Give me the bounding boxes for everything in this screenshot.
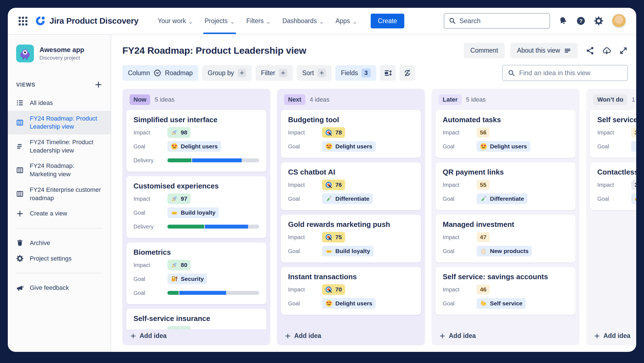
about-this-view-button[interactable]: About this view: [510, 43, 578, 58]
column-button-label: Column: [128, 69, 150, 77]
add-idea-button[interactable]: Add idea: [586, 329, 636, 345]
nav-item-apps[interactable]: Apps: [330, 8, 363, 34]
idea-card[interactable]: Self service:Impact36Goal: [590, 110, 636, 158]
sidebar-item-label: FY24 Roadmap: Product Leadership view: [30, 114, 102, 131]
idea-card[interactable]: CS chatbot AIImpact76GoalDifferentiate: [281, 162, 421, 210]
board-column-later: Later5 ideasAutomated tasksImpact56GoalD…: [432, 89, 579, 345]
add-idea-label: Add idea: [603, 332, 630, 340]
text-lines-icon: [564, 47, 571, 54]
sidebar-item-fy24-timeline-product-leadership-view[interactable]: FY24 Timeline: Product Leadership view: [8, 134, 111, 158]
delivery-progress-bar: [167, 225, 259, 229]
nav-item-your-work[interactable]: Your work: [152, 8, 199, 34]
idea-card[interactable]: ContactlessImpact30Goal: [590, 162, 636, 210]
sidebar-item-fy24-roadmap-product-leadership-view[interactable]: FY24 Roadmap: Product Leadership view: [8, 111, 111, 134]
notifications-bell-icon[interactable]: [558, 16, 568, 26]
progress-segment-done: [167, 225, 204, 229]
find-idea-search[interactable]: [502, 65, 628, 81]
nav-item-label: Apps: [335, 17, 350, 25]
idea-card[interactable]: Budgeting toolImpact78GoalDelight users: [281, 110, 421, 158]
create-button[interactable]: Create: [371, 14, 404, 28]
pill-value: New products: [490, 248, 529, 254]
filter-button[interactable]: Filter: [256, 65, 293, 81]
group-by-label: Group by: [208, 69, 234, 77]
target-icon: [325, 286, 333, 293]
list-icon: [16, 99, 24, 107]
help-icon[interactable]: ?: [576, 16, 586, 26]
idea-card[interactable]: Self-service insuranceImpact80GoalSelf s…: [126, 309, 266, 329]
idea-card[interactable]: Instant transactionsImpact70GoalDelight …: [281, 267, 421, 315]
column-roadmap-button[interactable]: Column Roadmap: [122, 65, 198, 81]
plus-icon: [130, 333, 136, 339]
group-by-button[interactable]: Group by: [202, 65, 252, 81]
sidebar: Awesome app Discovery project VIEWS All …: [8, 35, 111, 352]
nav-item-dashboards[interactable]: Dashboards: [276, 8, 330, 34]
nav-item-projects[interactable]: Projects: [199, 8, 241, 34]
idea-card[interactable]: Automated tasksImpact56GoalDelight users: [435, 110, 576, 158]
target-icon: [325, 181, 333, 188]
settings-gear-icon[interactable]: [594, 16, 603, 26]
sidebar-item-label: FY24 Enterprise customer roadmap: [30, 186, 102, 202]
sidebar-item-create-a-view[interactable]: Create a view: [8, 206, 111, 221]
idea-card[interactable]: Managed investmentImpact47GoalNew produc…: [435, 215, 576, 263]
project-type: Discovery project: [39, 55, 84, 61]
nav-item-filters[interactable]: Filters: [241, 8, 277, 34]
progress-segment-in-progress: [192, 158, 242, 162]
app-switcher-icon[interactable]: [18, 16, 28, 26]
comment-button[interactable]: Comment: [464, 43, 505, 58]
sidebar-item-project-settings[interactable]: Project settings: [8, 251, 111, 266]
refresh-a-icon: A: [403, 69, 412, 77]
egg-icon: [480, 247, 487, 255]
pill-value: 97: [181, 195, 187, 202]
user-avatar[interactable]: [612, 14, 626, 28]
chevron-down-icon: [230, 19, 235, 24]
impact-pill: 80: [167, 260, 190, 270]
product-logo[interactable]: Jira Product Discovery: [35, 16, 138, 26]
idea-card[interactable]: QR payment linksImpact55GoalDifferentiat…: [435, 162, 576, 210]
fields-label: Fields: [341, 69, 358, 77]
idea-card[interactable]: Customised experiencesImpact97GoalBuild …: [126, 176, 266, 238]
test-tube-icon: [480, 195, 487, 202]
fullscreen-expand-icon[interactable]: [619, 46, 628, 55]
sort-button[interactable]: Sort: [297, 65, 331, 81]
idea-card-title: Biometrics: [133, 248, 259, 256]
goal-pill: Delight users: [322, 298, 376, 309]
add-idea-button[interactable]: Add idea: [277, 329, 425, 345]
cloud-download-icon[interactable]: [602, 46, 611, 55]
impact-pill: 98: [167, 127, 190, 138]
fields-button[interactable]: Fields 3: [335, 65, 376, 81]
auto-sort-button[interactable]: A: [400, 65, 415, 81]
sidebar-item-all-ideas[interactable]: All ideas: [8, 95, 111, 111]
find-idea-input[interactable]: [519, 69, 622, 77]
sidebar-item-fy24-roadmap-marketing-view[interactable]: FY24 Roadmap: Marketing view: [8, 158, 111, 182]
sidebar-item-label: FY24 Roadmap: Marketing view: [30, 162, 102, 178]
idea-card[interactable]: Gold rewards marketing pushImpact75GoalB…: [281, 215, 421, 263]
goal-pill: Differentiate: [477, 193, 527, 204]
add-idea-button[interactable]: Add idea: [432, 329, 579, 345]
global-search-input[interactable]: [459, 17, 545, 25]
idea-card[interactable]: BiometricsImpact80GoalSecurityGoal: [126, 242, 266, 304]
goal-pill: Security: [167, 274, 207, 284]
idea-card[interactable]: Simplified user interfaceImpact98GoalDel…: [126, 110, 266, 172]
views-section-label: VIEWS: [16, 82, 35, 88]
app-window: Jira Product Discovery Your workProjects…: [8, 8, 636, 352]
project-header[interactable]: Awesome app Discovery project: [8, 45, 111, 62]
share-icon[interactable]: [586, 46, 595, 55]
impact-pill: 80: [167, 326, 190, 329]
row-height-button[interactable]: [380, 65, 396, 81]
sidebar-item-fy24-enterprise-customer-roadmap[interactable]: FY24 Enterprise customer roadmap: [8, 182, 111, 206]
pill-value: 55: [480, 182, 486, 188]
nav-item-label: Your work: [158, 17, 186, 25]
column-idea-count: 1 idea: [632, 96, 636, 103]
add-idea-button[interactable]: Add idea: [122, 329, 270, 345]
sidebar-item-give-feedback[interactable]: Give feedback: [8, 280, 111, 296]
sidebar-item-label: Archive: [30, 239, 50, 247]
pill-value: 70: [335, 286, 342, 293]
megaphone-icon: [16, 284, 24, 292]
add-view-plus-icon[interactable]: [95, 81, 102, 89]
goal-pill: Self service: [477, 298, 526, 309]
idea-card[interactable]: Self service: savings accountsImpact46Go…: [435, 267, 576, 315]
chevron-down-icon: [266, 19, 271, 24]
sidebar-item-archive[interactable]: Archive: [8, 235, 111, 251]
jira-product-discovery-logo-icon: [35, 16, 46, 26]
global-search[interactable]: [444, 13, 550, 29]
